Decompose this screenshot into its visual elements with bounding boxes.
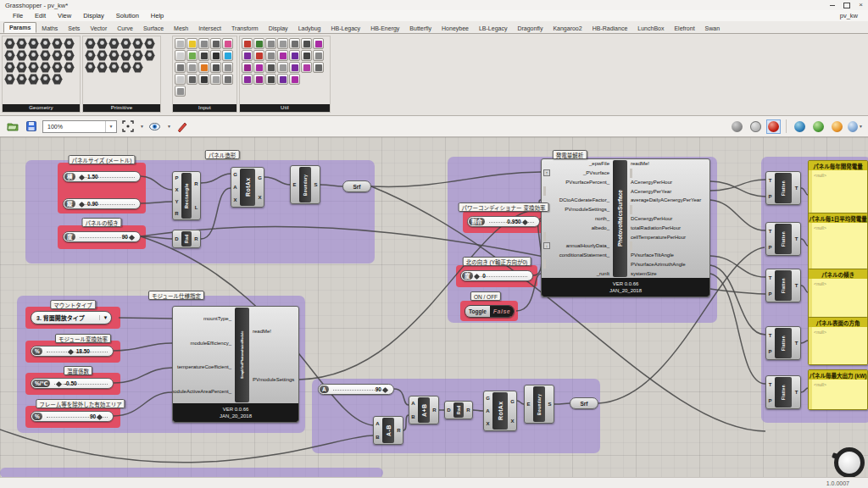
palette-label-util[interactable]: Util: [240, 104, 330, 112]
util-icon[interactable]: [253, 62, 264, 73]
primitive-icon[interactable]: [120, 62, 131, 73]
zoom-select[interactable]: 100% ▼: [42, 120, 117, 133]
geometry-icon[interactable]: [64, 38, 75, 49]
primitive-icon[interactable]: [97, 38, 108, 49]
document-preview-blue-icon[interactable]: [792, 119, 807, 134]
input-icon[interactable]: [198, 74, 209, 85]
tab-transform[interactable]: Transform: [226, 24, 264, 33]
util-icon[interactable]: [301, 50, 312, 61]
util-icon[interactable]: [253, 50, 264, 61]
minimize-button[interactable]: [825, 0, 839, 10]
tab-params[interactable]: Params: [3, 22, 36, 33]
panel-4[interactable]: パネル表面の方角<null>: [808, 317, 868, 365]
node-flatten-5[interactable]: TPFlattenT: [765, 375, 801, 409]
tab-kangaroo2[interactable]: Kangaroo2: [548, 24, 587, 33]
geometry-icon[interactable]: [28, 74, 39, 85]
input-icon[interactable]: [198, 62, 209, 73]
geometry-icon[interactable]: [52, 38, 63, 49]
primitive-icon[interactable]: [97, 62, 108, 73]
tab-surface[interactable]: Surface: [138, 24, 169, 33]
input-icon[interactable]: [210, 74, 221, 85]
geometry-icon[interactable]: [64, 50, 75, 61]
input-icon[interactable]: [175, 38, 186, 49]
node-flatten-2[interactable]: TPFlattenT: [765, 222, 801, 256]
util-icon[interactable]: [289, 38, 300, 49]
node-flatten-1[interactable]: TPFlattenT: [765, 171, 801, 205]
node-boundary-2[interactable]: EBoundaryS: [524, 385, 554, 424]
util-icon[interactable]: [277, 38, 288, 49]
palette-label-input[interactable]: Input: [173, 104, 236, 112]
selected-only-preview-icon[interactable]: [766, 119, 781, 134]
param-srf-2[interactable]: Srf: [570, 397, 598, 409]
input-icon[interactable]: [175, 62, 186, 73]
geometry-icon[interactable]: [4, 62, 15, 73]
geometry-icon[interactable]: [16, 62, 27, 73]
primitive-icon[interactable]: [85, 50, 96, 61]
input-icon[interactable]: [198, 38, 209, 49]
expand-up-icon[interactable]: ↑: [543, 169, 550, 176]
primitive-icon[interactable]: [132, 38, 143, 49]
input-icon[interactable]: [186, 62, 198, 73]
primitive-icon[interactable]: [108, 62, 120, 73]
util-icon[interactable]: [242, 62, 253, 73]
node-rad-1[interactable]: DRadR: [172, 230, 201, 248]
geometry-icon[interactable]: [28, 62, 39, 73]
input-icon[interactable]: [210, 62, 221, 73]
tab-mesh[interactable]: Mesh: [169, 24, 193, 33]
shaded-preview-icon[interactable]: [729, 119, 744, 134]
slider-height[interactable]: 縦0.90: [63, 198, 141, 209]
save-file-icon[interactable]: [24, 119, 39, 134]
slider-active-area[interactable]: %90: [31, 411, 114, 422]
node-rad-2[interactable]: DRadR: [444, 401, 473, 419]
node-rotax-1[interactable]: GAXRotAxGX: [231, 167, 264, 208]
document-preview-green-icon[interactable]: [810, 119, 826, 134]
node-spm[interactable]: mountType_moduleEfficiency_temperatureCo…: [172, 306, 299, 423]
slider-knob[interactable]: [129, 235, 135, 241]
maximize-button[interactable]: [839, 0, 854, 10]
util-icon[interactable]: [277, 62, 288, 73]
tab-intersect[interactable]: Intersect: [193, 24, 226, 33]
node-rotax-2[interactable]: GAXRotAxGX: [483, 391, 517, 431]
tab-dragonfly[interactable]: Dragonfly: [512, 24, 548, 33]
primitive-icon[interactable]: [132, 62, 143, 73]
node-flatten-3[interactable]: TPFlattenT: [765, 269, 801, 302]
input-icon[interactable]: [222, 38, 233, 49]
slider-tilt[interactable]: 度90: [63, 231, 141, 242]
tab-curve[interactable]: Curve: [112, 24, 138, 33]
tab-maths[interactable]: Maths: [36, 24, 63, 33]
tab-vector[interactable]: Vector: [85, 24, 112, 33]
node-flatten-4[interactable]: TPFlattenT: [765, 326, 801, 360]
primitive-icon[interactable]: [108, 38, 120, 49]
tab-ladybug[interactable]: Ladybug: [293, 24, 326, 33]
canvas[interactable]: パネルサイズ (メートル)パネルの傾きパネル造形発電量解析パワーコンディショナー…: [0, 137, 868, 477]
tab-hb-radiance[interactable]: HB-Radiance: [587, 24, 633, 33]
util-icon[interactable]: [253, 38, 264, 49]
input-icon[interactable]: [222, 50, 233, 61]
palette-label-geometry[interactable]: Geometry: [3, 104, 80, 112]
geometry-icon[interactable]: [4, 38, 15, 49]
menu-view[interactable]: View: [52, 12, 77, 19]
util-icon[interactable]: [301, 62, 312, 73]
primitive-icon[interactable]: [97, 50, 108, 61]
boolean-toggle[interactable]: ToggleFalse: [465, 305, 515, 318]
node-sub[interactable]: ABA-BR: [373, 416, 403, 445]
geometry-icon[interactable]: [52, 74, 63, 85]
input-icon[interactable]: [222, 62, 233, 73]
slider-knob[interactable]: [79, 202, 85, 208]
menu-file[interactable]: File: [7, 12, 29, 19]
geometry-icon[interactable]: [28, 38, 39, 49]
node-pv[interactable]: _epwFile_PVsurface↑PVsurfacePercent_DCto…: [541, 158, 710, 297]
menu-solution[interactable]: Solution: [110, 12, 145, 19]
primitive-icon[interactable]: [85, 38, 96, 49]
menu-edit[interactable]: Edit: [29, 12, 52, 19]
slider-knob[interactable]: [382, 387, 388, 393]
primitive-icon[interactable]: [120, 50, 131, 61]
tab-lunchbox[interactable]: LunchBox: [632, 24, 669, 33]
expand-down-icon[interactable]: ↓: [543, 242, 550, 249]
geometry-icon[interactable]: [4, 50, 15, 61]
input-icon[interactable]: [222, 74, 233, 85]
primitive-icon[interactable]: [132, 50, 143, 61]
slider-width[interactable]: 横1.50: [63, 171, 141, 182]
geometry-icon[interactable]: [52, 62, 63, 73]
primitive-icon[interactable]: [85, 62, 96, 73]
